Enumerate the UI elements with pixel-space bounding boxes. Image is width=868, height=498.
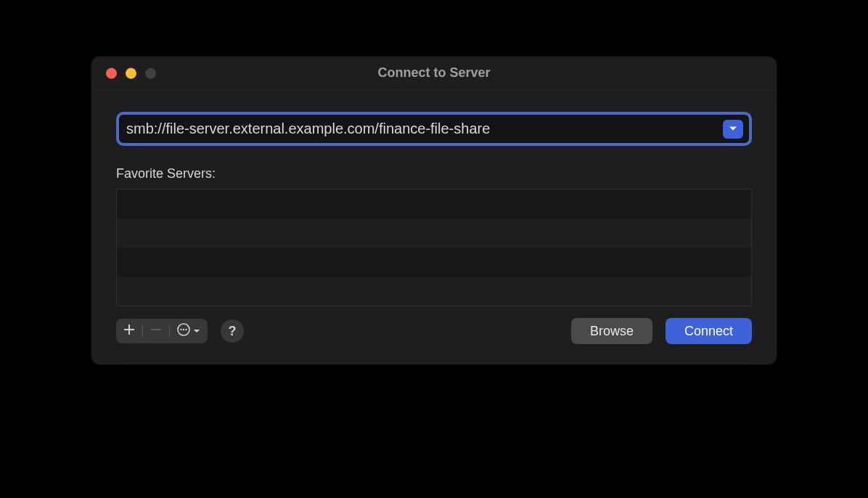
- server-address-input[interactable]: [119, 115, 720, 143]
- connect-to-server-window: Connect to Server Favorite Servers:: [91, 57, 777, 364]
- list-row: [117, 248, 751, 277]
- more-actions-menu[interactable]: [177, 323, 200, 339]
- browse-button[interactable]: Browse: [571, 318, 652, 344]
- recent-servers-dropdown[interactable]: [723, 120, 743, 139]
- server-address-field[interactable]: [116, 112, 752, 146]
- list-row: [117, 277, 751, 306]
- help-button[interactable]: ?: [221, 319, 244, 343]
- divider: [169, 324, 170, 338]
- bottom-toolbar: ? Browse Connect: [116, 318, 752, 344]
- svg-point-4: [180, 329, 181, 330]
- window-title: Connect to Server: [377, 65, 490, 81]
- minimize-button[interactable]: [126, 68, 136, 78]
- favorite-servers-list[interactable]: [116, 189, 752, 306]
- svg-point-6: [185, 329, 187, 330]
- svg-rect-1: [124, 329, 134, 330]
- maximize-button: [145, 68, 156, 78]
- help-icon: ?: [229, 324, 237, 339]
- titlebar: Connect to Server: [91, 57, 777, 90]
- svg-point-5: [183, 329, 184, 330]
- traffic-lights: [106, 68, 156, 78]
- list-row: [117, 189, 751, 219]
- minus-icon: [150, 324, 162, 338]
- chevron-down-icon: [729, 123, 737, 136]
- add-favorite-button[interactable]: [123, 324, 135, 338]
- favorites-label: Favorite Servers:: [116, 166, 752, 181]
- connect-button[interactable]: Connect: [666, 318, 752, 344]
- remove-favorite-button: [150, 324, 162, 338]
- close-button[interactable]: [106, 68, 117, 78]
- list-row: [117, 219, 751, 248]
- svg-rect-2: [151, 329, 161, 330]
- divider: [142, 324, 143, 338]
- ellipsis-circle-icon: [177, 323, 190, 339]
- content: Favorite Servers:: [91, 90, 777, 364]
- chevron-down-icon: [193, 324, 200, 338]
- plus-icon: [123, 324, 135, 338]
- favorites-actions: [116, 319, 208, 343]
